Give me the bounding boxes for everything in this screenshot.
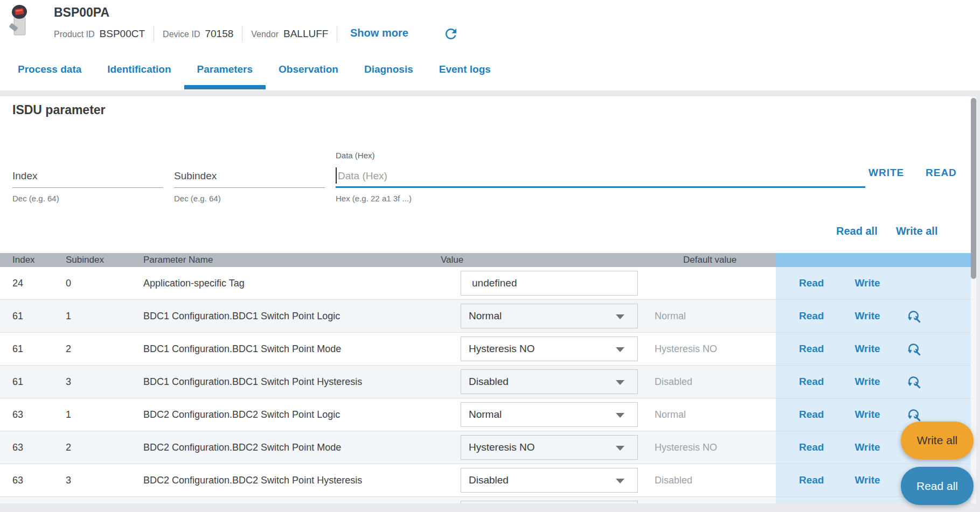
- cell-value: Normal: [437, 398, 641, 431]
- row-read-button[interactable]: Read: [799, 310, 824, 322]
- value-text-input[interactable]: [461, 271, 638, 296]
- app-header: BSP00PA Product ID BSP00CT Device ID 701…: [0, 0, 980, 90]
- cell-parameter-name: BDC1 Configuration.BDC1 Switch Point Hys…: [132, 366, 437, 398]
- cell-value: Hysteresis NO: [437, 333, 641, 365]
- table-row: 613BDC1 Configuration.BDC1 Switch Point …: [0, 366, 971, 398]
- default-value-text: Normal: [655, 409, 686, 420]
- tab-diagnosis[interactable]: Diagnosis: [351, 54, 426, 89]
- scrollbar-thumb[interactable]: [971, 98, 976, 279]
- row-read-button[interactable]: Read: [799, 343, 824, 355]
- tab-event-logs[interactable]: Event logs: [426, 54, 504, 89]
- fab-write-all[interactable]: Write all: [901, 422, 974, 459]
- tab-process-data[interactable]: Process data: [5, 54, 94, 89]
- cell-parameter-name: BDC1 Configuration.BDC1 Switch Point Mod…: [132, 333, 437, 365]
- row-write-button[interactable]: Write: [854, 343, 880, 355]
- cell-value: Hysteresis NO: [437, 431, 641, 464]
- vendor: Vendor BALLUFF: [251, 28, 328, 40]
- fab-read-all[interactable]: Read all: [901, 467, 974, 505]
- write-all-link[interactable]: Write all: [896, 225, 937, 237]
- row-read-button[interactable]: Read: [799, 441, 824, 453]
- value-select[interactable]: Disabled: [461, 369, 638, 394]
- value-select: [461, 501, 638, 503]
- value-select[interactable]: Hysteresis NO: [461, 435, 638, 460]
- row-write-button[interactable]: Write: [854, 376, 880, 388]
- cell-default-value: Disabled: [641, 464, 776, 496]
- header-default-value: Default value: [641, 253, 776, 267]
- separator: [337, 26, 337, 42]
- chevron-down-icon: [616, 479, 624, 483]
- subindex-underline: [174, 187, 325, 188]
- value-select-label: Hysteresis NO: [469, 441, 534, 453]
- refresh-icon[interactable]: [443, 26, 459, 42]
- cell-actions: ReadWrite: [776, 267, 971, 299]
- table-row: 633BDC2 Configuration.BDC2 Switch Point …: [0, 464, 971, 497]
- row-read-button[interactable]: Read: [799, 474, 824, 486]
- row-write-button[interactable]: Write: [854, 409, 880, 420]
- row-write-button[interactable]: Write: [854, 310, 880, 322]
- chevron-down-icon: [616, 446, 624, 451]
- data-hex-floating-label: Data (Hex): [336, 151, 375, 160]
- parameter-table: Index Subindex Parameter Name Value Defa…: [0, 253, 971, 503]
- cell-index: 61: [0, 366, 55, 398]
- show-more-link[interactable]: Show more: [350, 27, 408, 39]
- value-select[interactable]: Disabled: [461, 468, 638, 493]
- cell-value: Disabled: [437, 464, 641, 496]
- header-parameter-name: Parameter Name: [132, 253, 437, 267]
- row-write-button[interactable]: Write: [854, 441, 880, 453]
- index-hint: Dec (e.g. 64): [12, 194, 59, 203]
- data-hex-input[interactable]: [338, 166, 863, 186]
- cell-parameter-name: BDC2 Configuration.BDC2 Switch Point Log…: [132, 398, 437, 431]
- cell-value: Normal: [437, 300, 641, 332]
- row-read-button[interactable]: Read: [799, 376, 824, 388]
- table-row: 612BDC1 Configuration.BDC1 Switch Point …: [0, 333, 971, 366]
- chevron-down-icon: [616, 314, 624, 319]
- header-actions: [776, 253, 971, 267]
- table-row: 632BDC2 Configuration.BDC2 Switch Point …: [0, 431, 971, 464]
- device-title: BSP00PA: [54, 5, 109, 20]
- header-index: Index: [0, 253, 55, 267]
- cell-parameter-name: Application-specific Tag: [132, 267, 437, 299]
- section-title: ISDU parameter: [12, 103, 106, 117]
- cell-parameter-name: BDC2 Configuration.BDC2 Switch Point Hys…: [132, 464, 437, 496]
- header-subindex: Subindex: [55, 253, 132, 267]
- value-select[interactable]: Normal: [461, 402, 638, 427]
- cell-index: 61: [0, 300, 55, 332]
- table-cell: [0, 497, 55, 503]
- value-select[interactable]: Normal: [461, 304, 638, 328]
- value-select-label: Normal: [469, 310, 502, 322]
- cell-default-value: Hysteresis NO: [641, 431, 776, 464]
- value-text-field[interactable]: [461, 277, 637, 289]
- index-input[interactable]: [12, 166, 163, 186]
- default-value-text: Disabled: [655, 475, 692, 486]
- product-id: Product ID BSP00CT: [54, 28, 145, 40]
- read-button[interactable]: READ: [926, 167, 957, 179]
- cell-subindex: 1: [55, 300, 132, 332]
- value-select[interactable]: Hysteresis NO: [461, 336, 638, 361]
- cell-index: 63: [0, 464, 55, 496]
- table-cell: [55, 497, 132, 503]
- row-write-button[interactable]: Write: [854, 474, 880, 486]
- table-header-row: Index Subindex Parameter Name Value Defa…: [0, 253, 971, 267]
- subindex-input[interactable]: [174, 166, 325, 186]
- chevron-down-icon: [616, 347, 624, 352]
- row-read-button[interactable]: Read: [799, 409, 824, 420]
- restore-default-icon[interactable]: [907, 375, 921, 389]
- restore-default-icon[interactable]: [907, 309, 921, 324]
- tab-bar: Process data Identification Parameters O…: [0, 54, 504, 89]
- tab-identification[interactable]: Identification: [94, 54, 184, 89]
- cell-subindex: 0: [55, 267, 132, 299]
- restore-default-icon[interactable]: [907, 408, 921, 422]
- read-all-link[interactable]: Read all: [836, 225, 878, 237]
- cell-parameter-name: BDC2 Configuration.BDC2 Switch Point Mod…: [132, 431, 437, 464]
- tab-observation[interactable]: Observation: [266, 54, 351, 89]
- data-hex-underline: [336, 186, 865, 188]
- row-write-button[interactable]: Write: [854, 277, 880, 289]
- restore-default-icon[interactable]: [907, 342, 921, 356]
- cell-value: [437, 267, 641, 299]
- row-read-button[interactable]: Read: [799, 277, 824, 289]
- cell-index: 61: [0, 333, 55, 365]
- tab-parameters[interactable]: Parameters: [184, 54, 266, 89]
- write-button[interactable]: WRITE: [868, 167, 904, 179]
- table-cell: [437, 497, 641, 503]
- device-photo: [8, 4, 30, 36]
